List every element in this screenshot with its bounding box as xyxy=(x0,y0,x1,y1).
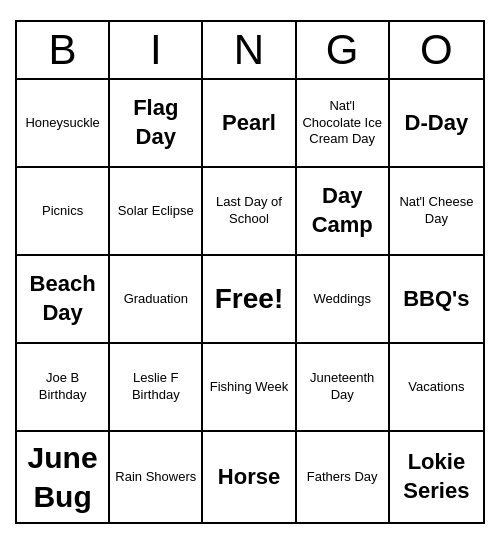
cell-r1-c1: Solar Eclipse xyxy=(110,168,203,256)
cell-r0-c0: Honeysuckle xyxy=(17,80,110,168)
cell-r0-c4: D-Day xyxy=(390,80,483,168)
cell-r4-c0: June Bug xyxy=(17,432,110,522)
cell-r2-c1: Graduation xyxy=(110,256,203,344)
cell-r0-c2: Pearl xyxy=(203,80,296,168)
bingo-letter-b: B xyxy=(17,22,110,78)
bingo-header: BINGO xyxy=(17,22,483,80)
cell-r3-c4: Vacations xyxy=(390,344,483,432)
cell-r1-c3: Day Camp xyxy=(297,168,390,256)
bingo-grid: HoneysuckleFlag DayPearlNat'l Chocolate … xyxy=(17,80,483,522)
cell-r4-c2: Horse xyxy=(203,432,296,522)
cell-r1-c0: Picnics xyxy=(17,168,110,256)
bingo-card: BINGO HoneysuckleFlag DayPearlNat'l Choc… xyxy=(15,20,485,524)
cell-r4-c1: Rain Showers xyxy=(110,432,203,522)
cell-r0-c1: Flag Day xyxy=(110,80,203,168)
cell-r3-c0: Joe B Birthday xyxy=(17,344,110,432)
cell-r2-c0: Beach Day xyxy=(17,256,110,344)
cell-r0-c3: Nat'l Chocolate Ice Cream Day xyxy=(297,80,390,168)
bingo-letter-o: O xyxy=(390,22,483,78)
cell-r1-c4: Nat'l Cheese Day xyxy=(390,168,483,256)
bingo-letter-i: I xyxy=(110,22,203,78)
cell-r2-c4: BBQ's xyxy=(390,256,483,344)
cell-r4-c3: Fathers Day xyxy=(297,432,390,522)
cell-r2-c2: Free! xyxy=(203,256,296,344)
cell-r1-c2: Last Day of School xyxy=(203,168,296,256)
cell-r2-c3: Weddings xyxy=(297,256,390,344)
bingo-letter-n: N xyxy=(203,22,296,78)
cell-r3-c2: Fishing Week xyxy=(203,344,296,432)
cell-r3-c3: Juneteenth Day xyxy=(297,344,390,432)
bingo-letter-g: G xyxy=(297,22,390,78)
cell-r4-c4: Lokie Series xyxy=(390,432,483,522)
cell-r3-c1: Leslie F Birthday xyxy=(110,344,203,432)
